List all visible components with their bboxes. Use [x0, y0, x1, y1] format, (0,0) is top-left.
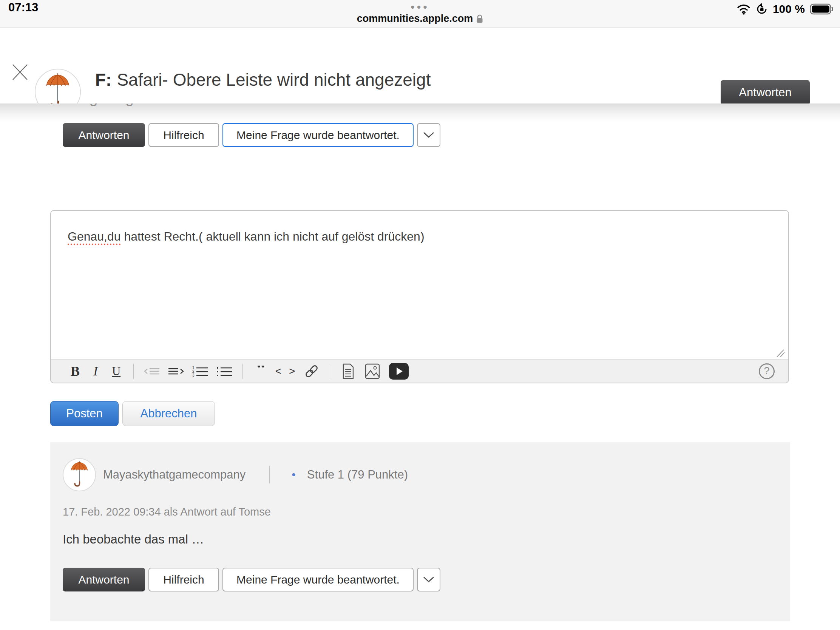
question-title: Safari- Obere Leiste wird nicht angezeig… — [117, 70, 431, 90]
orientation-lock-icon — [756, 3, 768, 15]
comment-card: Mayaskythatgamecompany • Stufe 1 (79 Pun… — [50, 442, 790, 621]
outdent-icon — [144, 365, 160, 377]
comment-helpful-button[interactable]: Hilfreich — [148, 568, 219, 592]
tls-lock-icon — [476, 14, 483, 24]
editor-toolbar: B I U — [51, 359, 788, 383]
cancel-button[interactable]: Abbrechen — [122, 401, 215, 426]
bold-button[interactable]: B — [65, 363, 86, 379]
play-icon — [396, 368, 403, 375]
status-icons: 100 % — [736, 3, 834, 16]
thread-header: F:Safari- Obere Leiste wird nicht angeze… — [0, 28, 840, 104]
svg-text:3: 3 — [192, 373, 194, 377]
chevron-down-icon — [423, 132, 434, 139]
comment-more-options-button[interactable] — [417, 568, 441, 592]
ordered-list-button[interactable]: 1 2 3 — [188, 365, 212, 378]
blockquote-button[interactable]: “ — [249, 366, 273, 377]
question-answered-button[interactable]: Meine Frage wurde beantwortet. — [223, 123, 414, 147]
page-title: F:Safari- Obere Leiste wird nicht angeze… — [95, 69, 431, 90]
attach-document-button[interactable] — [336, 363, 360, 379]
battery-icon — [810, 3, 834, 15]
question-prefix: F: — [95, 70, 111, 90]
helpful-button[interactable]: Hilfreich — [148, 123, 219, 147]
comment-header-divider — [269, 466, 270, 483]
close-icon[interactable] — [11, 63, 29, 82]
url-host: communities.apple.com — [357, 13, 473, 25]
insert-video-button[interactable] — [389, 363, 409, 380]
toolbar-divider — [133, 364, 134, 379]
image-icon — [365, 363, 380, 379]
post-button[interactable]: Posten — [50, 401, 118, 426]
indent-icon — [168, 365, 184, 377]
comment-author-level: Stufe 1 (79 Punkte) — [307, 468, 408, 482]
reply-editor[interactable]: Genau,du hattest Recht.( aktuell kann ic… — [50, 210, 789, 384]
code-button[interactable]: < > — [273, 365, 300, 377]
tab-overview-dots[interactable]: ••• — [0, 1, 840, 14]
battery-percent: 100 % — [773, 3, 805, 16]
address-bar[interactable]: communities.apple.com — [0, 13, 840, 25]
safari-sheet: 07:13 ••• communities.apple.com 100 % — [0, 0, 840, 630]
toolbar-divider — [330, 364, 330, 379]
header-reply-button[interactable]: Antworten — [721, 80, 810, 105]
comment-body: Ich beobachte das mal … — [63, 532, 204, 546]
link-icon — [304, 364, 319, 379]
outdent-button[interactable] — [140, 365, 164, 377]
toolbar-divider — [243, 364, 243, 379]
bullet-list-icon — [216, 365, 233, 378]
reply-button[interactable]: Antworten — [63, 123, 145, 147]
insert-image-button[interactable] — [360, 363, 385, 379]
document-icon — [342, 363, 355, 379]
browser-chrome: 07:13 ••• communities.apple.com 100 % — [0, 0, 840, 28]
more-options-button[interactable] — [417, 123, 441, 147]
level-dot-icon: • — [292, 468, 296, 481]
editor-text-rest: hattest Recht.( aktuell kann ich nicht a… — [121, 230, 425, 243]
misspelled-word: Genau,du — [68, 230, 121, 243]
comment-question-answered-button[interactable]: Meine Frage wurde beantwortet. — [223, 568, 414, 592]
clipped-scrolled-text: angezeigt — [73, 104, 246, 108]
comment-author-name[interactable]: Mayaskythatgamecompany — [103, 468, 245, 482]
help-button[interactable]: ? — [759, 363, 775, 379]
chevron-down-icon — [423, 576, 434, 583]
editor-content[interactable]: Genau,du hattest Recht.( aktuell kann ic… — [68, 230, 425, 244]
bullet-list-button[interactable] — [212, 365, 237, 378]
comment-timestamp: 17. Feb. 2022 09:34 als Antwort auf Toms… — [63, 506, 271, 518]
italic-button[interactable]: I — [86, 364, 105, 379]
link-button[interactable] — [300, 364, 324, 379]
umbrella-avatar-icon — [69, 460, 89, 489]
underline-button[interactable]: U — [105, 365, 127, 378]
comment-header: Mayaskythatgamecompany • Stufe 1 (79 Pun… — [103, 465, 408, 485]
thread-action-row: Antworten Hilfreich Meine Frage wurde be… — [63, 123, 441, 147]
comment-author-avatar[interactable] — [63, 458, 96, 491]
indent-button[interactable] — [164, 365, 188, 377]
comment-reply-button[interactable]: Antworten — [63, 568, 145, 592]
wifi-icon — [736, 3, 751, 15]
resize-handle[interactable] — [775, 349, 785, 358]
comment-action-row: Antworten Hilfreich Meine Frage wurde be… — [63, 568, 441, 592]
ordered-list-icon: 1 2 3 — [192, 365, 208, 378]
